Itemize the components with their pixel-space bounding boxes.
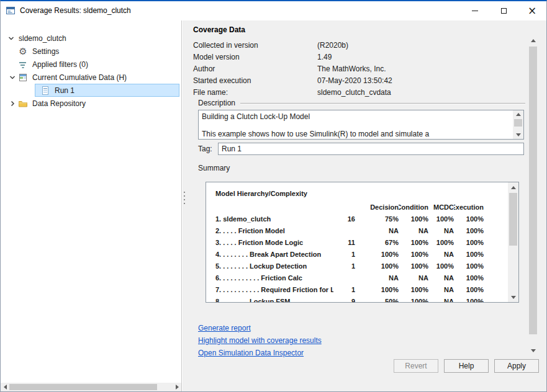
- field-row: Started execution 07-May-2020 13:50:42: [193, 75, 522, 87]
- help-button[interactable]: Help: [444, 359, 489, 373]
- table-title: Model Hierarchy/Complexity: [215, 190, 307, 197]
- tree-item-label: Applied filters (0): [30, 60, 90, 69]
- cell-mcdc: 100%: [428, 236, 454, 248]
- tag-label: Tag:: [198, 145, 212, 153]
- cell-mcdc: NA: [428, 225, 454, 236]
- tree-item-settings[interactable]: ⚙ Settings: [1, 45, 181, 58]
- tree-item-current-cumulative-data[interactable]: Current Cumulative Data (H): [1, 71, 181, 84]
- summary-scrollbar[interactable]: [508, 182, 518, 302]
- row-name: 2. . . . . Friction Model: [215, 225, 333, 236]
- cell-decision: NA: [355, 272, 399, 283]
- scroll-up-button[interactable]: [528, 35, 538, 46]
- revert-button[interactable]: Revert: [394, 359, 438, 373]
- cell-mcdc: 100%: [428, 213, 454, 225]
- description-line: Building a Clutch Lock-Up Model: [202, 112, 510, 121]
- close-button[interactable]: ×: [518, 1, 546, 20]
- main-scrollbar[interactable]: [528, 35, 538, 356]
- scroll-down-button[interactable]: [508, 292, 518, 302]
- row-name: 3. . . . . Friction Mode Logic: [215, 236, 333, 248]
- maximize-icon: [501, 8, 507, 14]
- chevron-right-icon[interactable]: [7, 99, 18, 109]
- scroll-right-button[interactable]: [173, 383, 181, 391]
- cell-execution: 100%: [454, 248, 484, 260]
- cell-execution: 100%: [454, 236, 484, 248]
- field-label: Author: [193, 65, 215, 73]
- generate-report-link[interactable]: Generate report: [198, 324, 251, 332]
- chevron-down-icon[interactable]: [7, 73, 18, 82]
- scroll-up-button[interactable]: [513, 110, 523, 118]
- description-line: This example shows how to use Simulink(R…: [202, 130, 510, 138]
- description-scrollbar[interactable]: [513, 110, 523, 139]
- cell-complexity: 1: [333, 248, 355, 260]
- arrow-down-icon: [516, 133, 521, 136]
- scroll-left-button[interactable]: [1, 383, 9, 391]
- coverage-results-window: Coverage Results: sldemo_clutch × sldemo…: [0, 0, 547, 392]
- field-value: 07-May-2020 13:50:42: [317, 76, 392, 85]
- scrollbar-thumb[interactable]: [9, 384, 157, 390]
- scrollbar-thumb[interactable]: [529, 47, 537, 334]
- tree-item-label: Run 1: [53, 86, 76, 95]
- window-body: sldemo_clutch ⚙ Settings Applied filters…: [1, 20, 546, 391]
- cell-mcdc: NA: [428, 283, 454, 295]
- tree-item-label: Data Repository: [30, 99, 88, 108]
- open-sdi-link[interactable]: Open Simulation Data Inspector: [198, 349, 304, 357]
- results-tree-panel: sldemo_clutch ⚙ Settings Applied filters…: [1, 20, 182, 391]
- description-text: Building a Clutch Lock-Up Model This exa…: [202, 112, 510, 138]
- cell-condition: 100%: [399, 283, 428, 295]
- panel-splitter[interactable]: [183, 20, 187, 391]
- minimize-icon: [472, 11, 478, 11]
- cell-complexity: 11: [333, 236, 355, 248]
- column-header: Condition: [399, 201, 428, 213]
- cell-condition: NA: [399, 272, 428, 283]
- cell-condition: 100%: [399, 248, 428, 260]
- cell-condition: 100%: [399, 236, 428, 248]
- tag-input[interactable]: [218, 143, 524, 155]
- run-icon: [40, 86, 50, 96]
- highlight-model-link[interactable]: Highlight model with coverage results: [198, 336, 322, 345]
- maximize-button[interactable]: [489, 1, 518, 20]
- scroll-down-button[interactable]: [528, 345, 538, 356]
- tree-item-applied-filters[interactable]: Applied filters (0): [1, 58, 181, 71]
- scrollbar-thumb[interactable]: [514, 119, 522, 127]
- window-title: Coverage Results: sldemo_clutch: [20, 6, 131, 15]
- titlebar: Coverage Results: sldemo_clutch ×: [1, 1, 546, 20]
- arrow-right-icon: [176, 385, 179, 390]
- tree-item-label: Settings: [30, 47, 61, 56]
- cell-complexity: 1: [333, 283, 355, 295]
- row-name: 8. . . . . . . . Lockup FSM: [215, 295, 333, 303]
- scroll-up-button[interactable]: [508, 182, 518, 192]
- arrow-up-icon: [516, 113, 521, 116]
- cell-condition: 100%: [399, 213, 428, 225]
- close-icon: ×: [528, 6, 536, 16]
- arrow-up-icon: [511, 186, 516, 189]
- scroll-down-button[interactable]: [513, 131, 523, 139]
- tree-item-label: Current Cumulative Data (H): [30, 73, 129, 82]
- summary-table-box[interactable]: Model Hierarchy/Complexity Decision Cond…: [206, 182, 519, 303]
- field-row: Model version 1.49: [193, 51, 522, 63]
- filter-icon: [18, 60, 28, 69]
- scrollbar-thumb[interactable]: [509, 193, 517, 246]
- cell-mcdc: 100%: [428, 260, 454, 272]
- cell-complexity: 16: [333, 213, 355, 225]
- tree-item-data-repository[interactable]: Data Repository: [1, 97, 181, 110]
- minimize-button[interactable]: [461, 1, 489, 20]
- field-value: sldemo_clutch_cvdata: [317, 88, 391, 97]
- description-box[interactable]: Building a Clutch Lock-Up Model This exa…: [198, 110, 524, 140]
- field-value: 1.49: [317, 53, 332, 61]
- row-name: 4. . . . . . . . Break Apart Detection: [215, 248, 333, 260]
- cell-decision: 100%: [355, 260, 399, 272]
- cell-mcdc: NA: [428, 295, 454, 303]
- row-name: 6. . . . . . . . . . . Friction Calc: [215, 272, 333, 283]
- apply-button[interactable]: Apply: [494, 359, 539, 373]
- field-label: Started execution: [193, 76, 251, 85]
- row-name: 7. . . . . . . . . . . Required Friction…: [215, 283, 333, 295]
- cell-condition: 100%: [399, 260, 428, 272]
- cell-complexity: 9: [333, 295, 355, 303]
- tree-item-run-1[interactable]: Run 1: [1, 84, 181, 97]
- gear-icon: ⚙: [18, 47, 28, 56]
- cell-condition: NA: [399, 225, 428, 236]
- tree-item-sldemo-clutch[interactable]: sldemo_clutch: [1, 32, 181, 45]
- tree-horizontal-scrollbar[interactable]: [1, 383, 181, 391]
- chevron-down-icon[interactable]: [6, 33, 17, 43]
- cell-execution: 100%: [454, 295, 484, 303]
